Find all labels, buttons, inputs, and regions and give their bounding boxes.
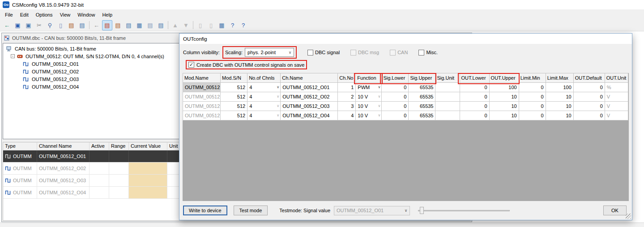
out-upper-cell[interactable]: 10 — [489, 111, 519, 120]
menu-help[interactable]: Help — [98, 10, 116, 19]
function-cell[interactable]: 10 V∨ — [356, 92, 382, 102]
sig-lower-cell[interactable]: 0 — [382, 102, 409, 111]
limit-max-cell[interactable]: 10 — [546, 102, 573, 111]
device3-icon[interactable]: ▤ — [156, 20, 166, 30]
no-of-chnls-cell[interactable]: 4∨ — [247, 83, 281, 92]
mod-s-n-cell[interactable]: 512 — [221, 111, 247, 120]
collapse-expander-icon[interactable]: - — [11, 54, 15, 58]
grid-icon[interactable]: ▦ — [217, 20, 227, 30]
mod-s-n-cell[interactable]: 512 — [221, 83, 247, 92]
out-lower-cell[interactable]: 0 — [460, 83, 489, 92]
sig-unit-cell[interactable] — [435, 102, 460, 111]
module-config-icon[interactable]: ▤ — [113, 20, 123, 30]
no-of-chnls-cell[interactable]: 4∨ — [247, 111, 281, 120]
out-default-cell[interactable]: 0 — [573, 111, 605, 120]
mod-s-n-cell[interactable]: 512 — [221, 102, 247, 111]
menu-view[interactable]: View — [56, 10, 74, 19]
limit-max-cell[interactable]: 100 — [546, 83, 573, 92]
sig-upper-cell[interactable]: 65535 — [409, 92, 435, 102]
new-document-icon[interactable]: ▯ — [55, 20, 66, 30]
test-mode-button[interactable]: Test mode — [234, 206, 268, 215]
device-settings-icon[interactable]: ▤ — [77, 20, 87, 30]
limit-min-cell[interactable]: 0 — [519, 102, 546, 111]
ch-no-cell[interactable]: 1 — [338, 83, 356, 92]
out-upper-cell[interactable]: 10 — [489, 102, 519, 111]
device2-icon[interactable]: ▤ — [145, 20, 155, 30]
limit-max-cell[interactable]: 10 — [546, 111, 573, 120]
dialog-titlebar[interactable]: OUTconfig — [179, 34, 632, 44]
checkbox-dbc-signal[interactable]: DBC signal — [307, 50, 340, 56]
out-unit-cell[interactable]: V — [605, 111, 628, 120]
out-default-cell[interactable]: 0 — [573, 102, 605, 111]
sig-lower-cell[interactable]: 0 — [382, 83, 409, 92]
mod-name-cell[interactable]: OUTMM_00512 — [183, 111, 221, 120]
menu-options[interactable]: Options — [32, 10, 56, 19]
function-cell[interactable]: PWM∨ — [356, 83, 382, 92]
limit-max-cell[interactable]: 10 — [546, 92, 573, 102]
menu-file[interactable]: File — [1, 10, 17, 19]
ch-no-cell[interactable]: 2 — [338, 92, 356, 102]
no-of-chnls-cell[interactable]: 4∨ — [247, 102, 281, 111]
limit-min-cell[interactable]: 0 — [519, 83, 546, 92]
mod-s-n-cell[interactable]: 512 — [221, 92, 247, 102]
ch-no-cell[interactable]: 3 — [338, 102, 356, 111]
context-help-icon[interactable]: ? — [238, 20, 248, 30]
ch-no-cell[interactable]: 4 — [338, 111, 356, 120]
save-all-icon[interactable]: ▣ — [23, 20, 34, 30]
mod-name-cell[interactable]: OUTMM_00512 — [183, 92, 221, 102]
online-config-icon[interactable]: ▤ — [102, 20, 112, 30]
write-to-device-button[interactable]: Write to device — [183, 206, 227, 215]
sig-upper-cell[interactable]: 65535 — [409, 111, 435, 120]
search-icon[interactable]: ⚲ — [45, 20, 55, 30]
mod-name-cell[interactable]: OUTMM_00512 — [183, 102, 221, 111]
sig-unit-cell[interactable] — [435, 83, 460, 92]
sig-unit-cell[interactable] — [435, 111, 460, 120]
ch-name-cell[interactable]: OUTMM_00512_O03 — [281, 102, 338, 111]
help-icon[interactable]: ? — [227, 20, 238, 30]
menu-edit[interactable]: Edit — [17, 10, 32, 19]
ch-name-cell[interactable]: OUTMM_00512_O02 — [281, 92, 338, 102]
sig-upper-cell[interactable]: 65535 — [409, 83, 435, 92]
save-icon[interactable]: ▣ — [13, 20, 23, 30]
outconfig-row[interactable]: OUTMM_005125124∨OUTMM_00512_O03310 V∨065… — [183, 102, 628, 111]
disconnect-icon[interactable]: ✂ — [34, 20, 44, 30]
out-lower-cell[interactable]: 0 — [460, 111, 489, 120]
out-unit-cell[interactable]: V — [605, 92, 628, 102]
limit-min-cell[interactable]: 0 — [519, 111, 546, 120]
ch-name-cell[interactable]: OUTMM_00512_O04 — [281, 111, 338, 120]
out-lower-cell[interactable]: 0 — [460, 92, 489, 102]
sig-upper-cell[interactable]: 65535 — [409, 102, 435, 111]
ch-name-cell[interactable]: OUTMM_00512_O01 — [281, 83, 338, 92]
offline-icon[interactable]: ← — [91, 20, 102, 30]
module-config2-icon[interactable]: ▤ — [124, 20, 134, 30]
out-lower-cell[interactable]: 0 — [460, 102, 489, 111]
out-upper-cell[interactable]: 10 — [489, 92, 519, 102]
sig-lower-cell[interactable]: 0 — [382, 92, 409, 102]
outconfig-row[interactable]: OUTMM_005125124∨OUTMM_00512_O02210 V∨065… — [183, 92, 628, 102]
device-config-icon[interactable]: ▤ — [66, 20, 77, 30]
outconfig-row[interactable]: OUTMM_005125124∨OUTMM_00512_O04410 V∨065… — [183, 111, 628, 120]
limit-min-cell[interactable]: 0 — [519, 92, 546, 102]
out-default-cell[interactable]: 0 — [573, 83, 605, 92]
out-unit-cell[interactable]: V — [605, 102, 628, 111]
out-default-cell[interactable]: 0 — [573, 92, 605, 102]
create-dbc-checkbox[interactable]: ✓ — [188, 62, 194, 68]
resize-grip-icon[interactable] — [626, 214, 631, 219]
ok-button[interactable]: OK — [603, 206, 627, 215]
outconfig-row[interactable]: OUTMM_005125124∨OUTMM_00512_O011PWM∨0655… — [183, 83, 628, 92]
menu-window[interactable]: Window — [74, 10, 98, 19]
toolbar-glyph: ? — [231, 22, 234, 28]
out-upper-cell[interactable]: 100 — [489, 83, 519, 92]
mod-name-cell[interactable]: OUTMM_00512 — [183, 83, 221, 92]
no-of-chnls-cell[interactable]: 4∨ — [247, 92, 281, 102]
function-cell[interactable]: 10 V∨ — [356, 102, 382, 111]
scaling-select[interactable]: phys. 2-point ∨ — [245, 48, 294, 57]
sig-unit-cell[interactable] — [435, 92, 460, 102]
config-table-icon[interactable]: ▦ — [134, 20, 145, 30]
back-icon[interactable]: ← — [2, 20, 12, 30]
column-header-sig-unit: Sig.Unit — [435, 73, 460, 83]
sig-lower-cell[interactable]: 0 — [382, 111, 409, 120]
out-unit-cell[interactable]: % — [605, 83, 628, 92]
checkbox-misc[interactable]: Misc. — [418, 50, 438, 56]
function-cell[interactable]: 10 V∨ — [356, 111, 382, 120]
